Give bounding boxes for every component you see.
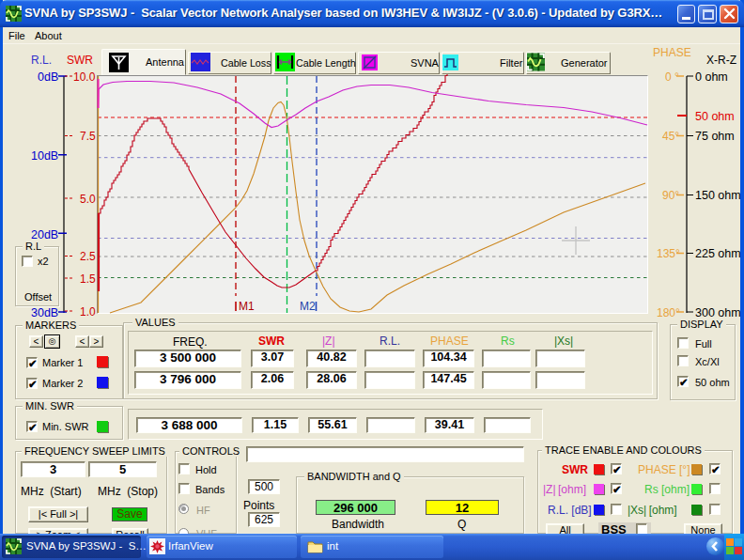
svg-text:M2: M2: [300, 300, 316, 313]
svg-text:M1: M1: [239, 300, 255, 313]
